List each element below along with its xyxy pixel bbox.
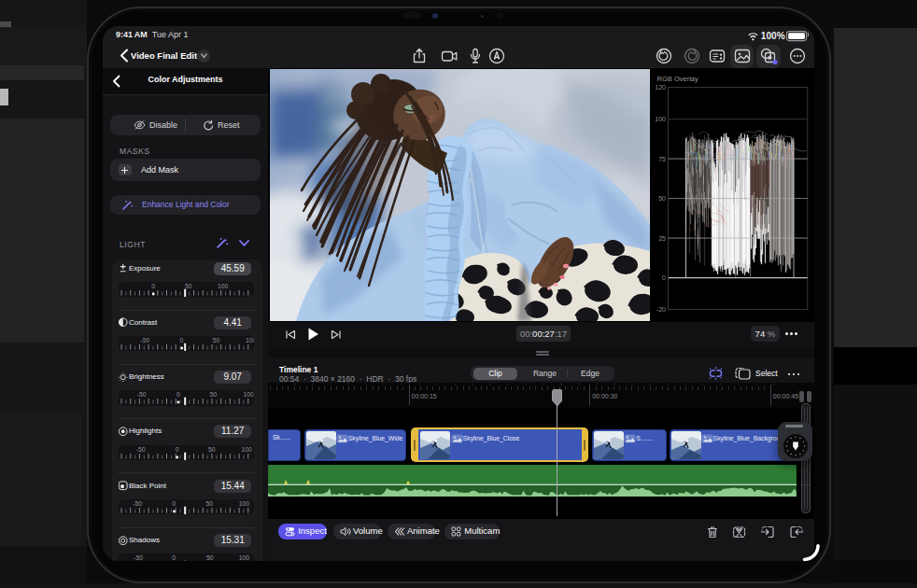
svg-text:50: 50 — [658, 195, 666, 202]
svg-text:50: 50 — [206, 554, 214, 561]
svg-text:-50: -50 — [133, 500, 142, 507]
svg-text:100: 100 — [655, 116, 666, 122]
svg-text:100: 100 — [243, 391, 253, 398]
svg-text:50: 50 — [208, 446, 216, 453]
svg-text:-20: -20 — [656, 306, 666, 313]
svg-text:75: 75 — [658, 156, 666, 162]
svg-text:50: 50 — [205, 500, 213, 507]
svg-text:0: 0 — [662, 274, 666, 281]
svg-text:120: 120 — [655, 84, 666, 91]
svg-text:100: 100 — [246, 337, 254, 343]
svg-text:50: 50 — [185, 283, 192, 289]
svg-text:-50: -50 — [134, 554, 143, 561]
svg-text:0: 0 — [176, 446, 179, 453]
svg-text:0: 0 — [176, 391, 180, 398]
svg-text:100%: 100% — [761, 31, 785, 41]
svg-text:-50: -50 — [137, 391, 147, 398]
svg-text:100: 100 — [239, 554, 250, 561]
svg-text:0: 0 — [172, 500, 176, 507]
svg-text:0: 0 — [172, 554, 176, 561]
svg-text:50: 50 — [210, 391, 218, 398]
svg-text:100: 100 — [218, 283, 229, 289]
svg-text:50: 50 — [213, 337, 220, 343]
svg-text:-50: -50 — [140, 337, 149, 343]
svg-text:0: 0 — [151, 283, 155, 289]
svg-text:-50: -50 — [136, 446, 146, 453]
svg-text:100: 100 — [239, 500, 250, 507]
svg-text:100: 100 — [241, 446, 252, 453]
svg-text:0: 0 — [179, 337, 183, 343]
svg-text:25: 25 — [658, 235, 666, 242]
